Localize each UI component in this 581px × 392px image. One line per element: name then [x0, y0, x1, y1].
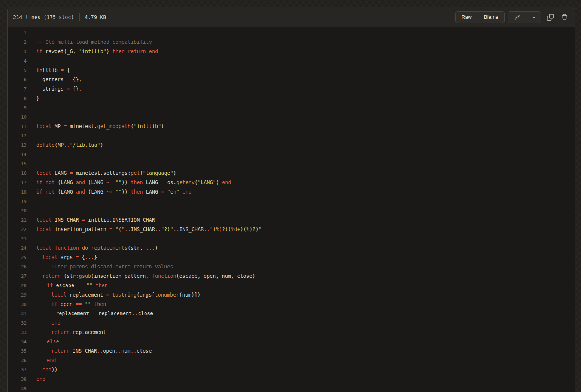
code-text: if not (LANG and (LANG ~= "")) then LANG…: [36, 187, 192, 197]
code-text: intllib = {: [36, 66, 70, 75]
meta-divider: [79, 13, 80, 21]
line-number[interactable]: 12: [8, 131, 27, 140]
line-number[interactable]: 25: [8, 253, 27, 262]
code-line: 25local args = {...}: [8, 253, 575, 262]
code-text: strings = {},: [36, 84, 82, 94]
line-number[interactable]: 31: [8, 309, 27, 318]
edit-button[interactable]: [508, 12, 527, 23]
code-line: 16local LANG = minetest.settings:get("la…: [8, 168, 575, 178]
edit-dropdown-button[interactable]: [527, 12, 541, 23]
file-meta: 214 lines (175 sloc) 4.79 KB: [13, 13, 106, 21]
code-text: return INS_CHAR..open..num..close: [36, 346, 152, 356]
code-line: 2-- Old multi-load method compatibility: [8, 37, 575, 47]
line-number[interactable]: 14: [8, 150, 27, 159]
line-number[interactable]: 4: [8, 56, 27, 66]
copy-icon: [547, 14, 554, 21]
code-text: local LANG = minetest.settings:get("lang…: [36, 168, 176, 178]
line-number[interactable]: 34: [8, 337, 27, 346]
code-text: if not (LANG and (LANG ~= "")) then LANG…: [36, 178, 231, 187]
code-line: 9: [8, 103, 575, 112]
line-number[interactable]: 2: [8, 37, 27, 47]
code-line: 30if open == "" then: [8, 300, 575, 309]
line-number[interactable]: 23: [8, 234, 27, 243]
code-text: -- Outer parens discard extra return val…: [36, 262, 173, 271]
file-line-count: 214 lines (175 sloc): [13, 14, 74, 20]
line-number[interactable]: 35: [8, 346, 27, 356]
blame-button[interactable]: Blame: [478, 12, 504, 23]
line-number[interactable]: 11: [8, 122, 27, 131]
code-line: 23: [8, 234, 575, 243]
line-number[interactable]: 29: [8, 290, 27, 300]
line-number[interactable]: 38: [8, 374, 27, 384]
line-number[interactable]: 37: [8, 365, 27, 374]
code-line: 39: [8, 384, 575, 392]
line-number[interactable]: 24: [8, 243, 27, 253]
line-number[interactable]: 17: [8, 178, 27, 187]
code-text: }: [36, 94, 39, 103]
code-line: 24local function do_replacements(str, ..…: [8, 243, 575, 253]
line-number[interactable]: 7: [8, 84, 27, 94]
line-number[interactable]: 26: [8, 262, 27, 271]
line-number[interactable]: 33: [8, 328, 27, 337]
code-line: 10: [8, 112, 575, 122]
code-text: return (str:gsub(insertion_pattern, func…: [36, 271, 255, 281]
code-line: 26-- Outer parens discard extra return v…: [8, 262, 575, 271]
line-number[interactable]: 3: [8, 47, 27, 56]
raw-button[interactable]: Raw: [456, 12, 478, 23]
line-number[interactable]: 8: [8, 94, 27, 103]
code-text: end: [36, 318, 60, 328]
line-number[interactable]: 18: [8, 187, 27, 197]
line-number[interactable]: 5: [8, 66, 27, 75]
code-line: 21local INS_CHAR = intllib.INSERTION_CHA…: [8, 215, 575, 225]
code-line: 34else: [8, 337, 575, 346]
code-line: 38end: [8, 374, 575, 384]
code-text: local insertion_pattern = "("..INS_CHAR.…: [36, 225, 262, 234]
line-number[interactable]: 39: [8, 384, 27, 392]
line-number[interactable]: 9: [8, 103, 27, 112]
line-number[interactable]: 22: [8, 225, 27, 234]
file-actions: Raw Blame: [455, 11, 569, 23]
code-text: if open == "" then: [36, 300, 106, 309]
line-number[interactable]: 28: [8, 281, 27, 290]
raw-blame-button-group: Raw Blame: [455, 11, 505, 23]
code-line: 11local MP = minetest.get_modpath("intll…: [8, 122, 575, 131]
code-line: 14: [8, 150, 575, 159]
line-number[interactable]: 32: [8, 318, 27, 328]
code-text: end: [36, 374, 45, 384]
code-line: 7strings = {},: [8, 84, 575, 94]
code-line: 1: [8, 28, 575, 37]
code-line: 22local insertion_pattern = "("..INS_CHA…: [8, 225, 575, 234]
edit-button-group: [508, 11, 541, 23]
code-line: 19: [8, 197, 575, 206]
code-body: 12-- Old multi-load method compatibility…: [8, 27, 575, 392]
code-line: 3if rawget(_G, "intllib") then return en…: [8, 47, 575, 56]
code-text: end)): [36, 365, 58, 374]
line-number[interactable]: 13: [8, 140, 27, 150]
trash-icon: [561, 14, 568, 21]
file-size: 4.79 KB: [85, 14, 106, 20]
line-number[interactable]: 27: [8, 271, 27, 281]
code-line: 4: [8, 56, 575, 66]
copy-button[interactable]: [546, 13, 554, 21]
line-number[interactable]: 19: [8, 197, 27, 206]
code-line: 13dofile(MP.."/lib.lua"): [8, 140, 575, 150]
code-line: 20: [8, 206, 575, 215]
code-text: local args = {...}: [36, 253, 97, 262]
line-number[interactable]: 20: [8, 206, 27, 215]
code-line: 18if not (LANG and (LANG ~= "")) then LA…: [8, 187, 575, 197]
line-number[interactable]: 1: [8, 28, 27, 37]
line-number[interactable]: 16: [8, 168, 27, 178]
code-text: dofile(MP.."/lib.lua"): [36, 140, 103, 150]
line-number[interactable]: 15: [8, 159, 27, 168]
code-line: 29local replacement = tostring(args[tonu…: [8, 290, 575, 300]
delete-button[interactable]: [560, 13, 569, 21]
code-text: -- Old multi-load method compatibility: [36, 37, 152, 47]
pencil-icon: [514, 14, 520, 20]
line-number[interactable]: 21: [8, 215, 27, 225]
line-number[interactable]: 6: [8, 75, 27, 84]
code-text: local INS_CHAR = intllib.INSERTION_CHAR: [36, 215, 155, 225]
code-text: return replacement: [36, 328, 106, 337]
line-number[interactable]: 10: [8, 112, 27, 122]
line-number[interactable]: 30: [8, 300, 27, 309]
line-number[interactable]: 36: [8, 356, 27, 365]
